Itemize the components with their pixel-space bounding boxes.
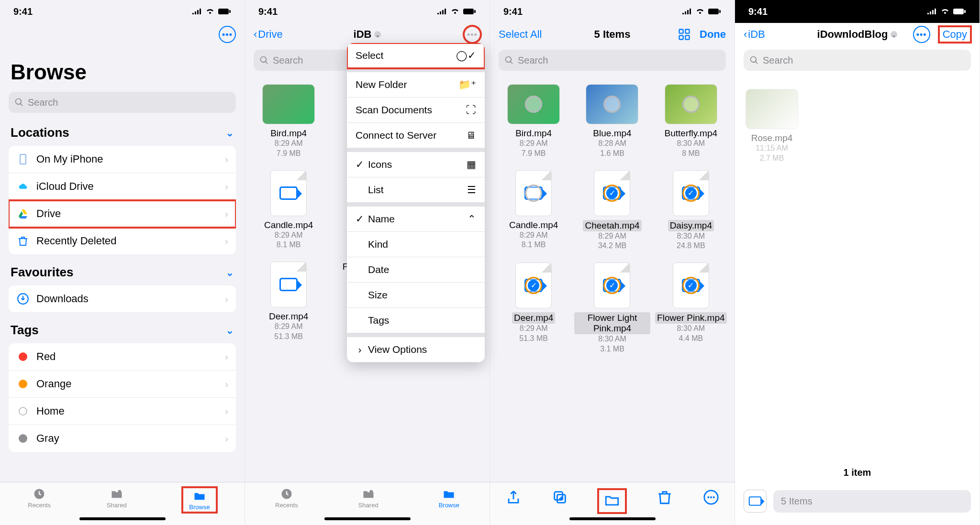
- section-locations[interactable]: Locations ⌄: [0, 117, 245, 144]
- search-field[interactable]: Search: [9, 92, 236, 113]
- favourite-downloads[interactable]: Downloads ›: [9, 285, 236, 312]
- menu-view-icons[interactable]: ✓Icons▦: [347, 152, 485, 177]
- more-button[interactable]: •••: [219, 26, 236, 43]
- file-item[interactable]: ✓Flower Light Pink.mp48:30 AM3.1 MB: [574, 262, 650, 354]
- menu-sort-tags[interactable]: Tags: [347, 308, 485, 333]
- copy-button[interactable]: Copy: [939, 26, 971, 43]
- location-trash[interactable]: Recently Deleted ›: [9, 228, 236, 254]
- menu-sort-size[interactable]: Size: [347, 283, 485, 308]
- download-icon: [16, 292, 30, 306]
- status-time: 9:41: [258, 6, 278, 17]
- done-button[interactable]: Done: [700, 28, 726, 41]
- folder-icon: [192, 489, 207, 503]
- section-favourites[interactable]: Favourites ⌄: [0, 256, 245, 284]
- file-item[interactable]: Blue.mp48:28 AM1.6 MB: [574, 84, 650, 159]
- file-item[interactable]: Candle.mp48:29 AM8.1 MB: [496, 170, 571, 252]
- file-item[interactable]: Candle.mp48:29 AM8.1 MB: [251, 170, 326, 251]
- file-item[interactable]: Bird.mp48:29 AM7.9 MB: [496, 84, 571, 159]
- location-on-my-iphone[interactable]: On My iPhone ›: [9, 146, 236, 173]
- file-time: 8:29 AM: [520, 324, 548, 334]
- folder-title[interactable]: iDB⌄: [354, 28, 381, 41]
- tab-recents[interactable]: Recents: [275, 487, 298, 509]
- file-item[interactable]: Bird.mp48:29 AM7.9 MB: [251, 84, 326, 159]
- menu-view-list[interactable]: List☰: [347, 177, 485, 203]
- share-button[interactable]: [505, 489, 522, 507]
- more-button[interactable]: •••: [464, 26, 481, 43]
- file-time: 8:29 AM: [520, 230, 548, 241]
- nav-bar: ‹ Drive iDB⌄ •••: [245, 23, 490, 46]
- shared-folder-icon: [361, 487, 376, 501]
- tab-shared[interactable]: Shared: [358, 487, 379, 509]
- tab-shared[interactable]: Shared: [107, 487, 127, 509]
- more-button[interactable]: [703, 489, 719, 507]
- file-item[interactable]: ✓Cheetah.mp48:29 AM34.2 MB: [574, 170, 650, 252]
- svg-rect-15: [685, 35, 689, 39]
- status-indicators: [437, 8, 476, 15]
- menu-scan[interactable]: Scan Documents⛶: [347, 98, 485, 123]
- status-bar: 9:41: [735, 0, 980, 23]
- tab-recents[interactable]: Recents: [28, 487, 51, 509]
- file-time: 8:30 AM: [677, 324, 705, 334]
- chevron-down-icon: ⌄: [226, 325, 234, 336]
- file-item[interactable]: Butterfly.mp48:30 AM8 MB: [653, 84, 729, 159]
- chevron-down-icon: ⌄: [374, 31, 381, 38]
- tag-gray[interactable]: Gray›: [9, 425, 236, 452]
- move-button[interactable]: [598, 489, 626, 513]
- search-icon: [749, 55, 759, 65]
- menu-sort-kind[interactable]: Kind: [347, 232, 485, 257]
- status-time: 9:41: [503, 6, 523, 17]
- nav-bar: •••: [0, 23, 245, 46]
- search-field[interactable]: Search: [499, 50, 726, 71]
- item-count: 1 item: [735, 463, 980, 482]
- menu-view-options[interactable]: ›View Options: [347, 337, 485, 362]
- file-size: 3.1 MB: [600, 344, 624, 354]
- delete-button[interactable]: [657, 489, 673, 507]
- video-icon: [279, 278, 298, 291]
- menu-new-folder[interactable]: New Folder📁⁺: [347, 72, 485, 98]
- location-icloud[interactable]: iCloud Drive ›: [9, 173, 236, 200]
- svg-rect-23: [964, 10, 966, 13]
- more-button[interactable]: •••: [913, 26, 930, 43]
- wifi-icon: [205, 8, 215, 15]
- document-thumbnail: ✓: [594, 262, 630, 308]
- back-button[interactable]: ‹ iDB: [744, 28, 765, 41]
- search-field[interactable]: Search: [744, 50, 971, 71]
- tag-red[interactable]: Red›: [9, 343, 236, 371]
- tag-orange[interactable]: Orange›: [9, 371, 236, 398]
- location-drive[interactable]: Drive ›: [9, 200, 236, 228]
- menu-connect[interactable]: Connect to Server🖥: [347, 123, 485, 148]
- select-circle-icon: ◯✓: [456, 50, 476, 61]
- file-size: 8.1 MB: [522, 240, 546, 250]
- section-tags[interactable]: Tags ⌄: [0, 314, 245, 341]
- select-all-button[interactable]: Select All: [499, 28, 542, 41]
- file-item-disabled: Rose.mp4 11:15 AM 2.7 MB: [735, 75, 980, 178]
- duplicate-button[interactable]: [552, 489, 568, 507]
- screen-selection: 9:41 Select All 5 Items Done Search Bird…: [490, 0, 735, 525]
- layout-toggle-icon[interactable]: [678, 28, 691, 41]
- tag-home[interactable]: Home›: [9, 398, 236, 425]
- menu-sort-name[interactable]: ✓Name⌃: [347, 207, 485, 232]
- video-chip-icon: [744, 490, 767, 513]
- tab-browse[interactable]: Browse: [182, 487, 216, 513]
- file-item[interactable]: Deer.mp48:29 AM51.3 MB: [251, 262, 326, 342]
- chevron-right-icon: ›: [225, 351, 228, 362]
- checkmark-icon: ✓: [356, 159, 364, 170]
- file-item[interactable]: ✓Flower Pink.mp48:30 AM4.4 MB: [653, 262, 729, 354]
- file-name: Daisy.mp4: [668, 220, 714, 231]
- tab-bar: Recents Shared Browse: [245, 482, 490, 525]
- tab-browse[interactable]: Browse: [439, 487, 459, 509]
- folder-title[interactable]: iDownlodBlog⌄: [817, 28, 898, 41]
- menu-select[interactable]: Select◯✓: [347, 43, 485, 68]
- svg-point-21: [713, 496, 715, 498]
- svg-point-19: [707, 496, 709, 498]
- file-item[interactable]: ✓Deer.mp48:29 AM51.3 MB: [496, 262, 571, 354]
- svg-point-9: [369, 490, 373, 493]
- file-name: Blue.mp4: [593, 128, 631, 139]
- file-item[interactable]: ✓Daisy.mp48:30 AM24.8 MB: [653, 170, 729, 252]
- back-button[interactable]: ‹ Drive: [254, 28, 283, 41]
- file-name: Bird.mp4: [515, 128, 552, 139]
- menu-sort-date[interactable]: Date: [347, 257, 485, 283]
- svg-rect-6: [463, 9, 474, 14]
- file-size: 1.6 MB: [600, 149, 624, 159]
- scan-icon: ⛶: [466, 104, 476, 116]
